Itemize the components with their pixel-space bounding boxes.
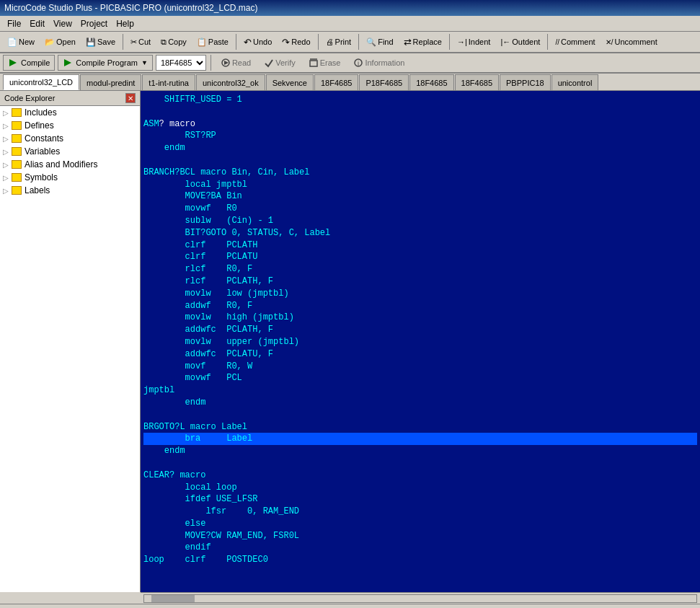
tab-sekvence[interactable]: Sekvence [266,74,314,90]
paste-icon [197,38,207,47]
information-button[interactable]: i Information [348,55,409,71]
compile-button[interactable]: Compile [3,55,55,71]
editor-area[interactable]: SHIFTR_USED = 1 ASM? macro RST?RP endm B… [141,91,700,592]
tab-18f4685-2[interactable]: 18F4685 [409,74,453,90]
device-dropdown[interactable]: 18F4685 18F4550 16F877 [156,55,206,71]
tab-unicontrol[interactable]: unicontrol [551,74,599,90]
tab-18f4685-3[interactable]: 18F4685 [455,74,499,90]
information-icon: i [353,58,363,68]
code-line: clrf PCLATU [143,251,697,263]
sidebar-item-defines[interactable]: ▷ Defines [0,119,140,132]
new-button[interactable]: New [3,33,39,50]
uncomment-button[interactable]: Uncomment [601,33,662,50]
sidebar-item-variables[interactable]: ▷ Variables [0,145,140,158]
code-line [143,154,697,167]
paste-button[interactable]: Paste [192,33,233,50]
indent-button[interactable]: Indent [453,33,495,50]
paste-label: Paste [208,38,229,46]
sidebar-title: Code Explorer [4,94,55,102]
compile-program-icon [63,58,73,68]
expand-icon: ▷ [3,187,9,195]
code-line: local loop [143,482,697,494]
outdent-button[interactable]: Outdent [496,33,544,50]
sidebar-item-label: Alias and Modifiers [25,159,97,169]
horizontal-scrollbar[interactable] [141,592,700,604]
menu-view[interactable]: View [49,17,76,30]
open-button[interactable]: Open [40,33,80,50]
find-button[interactable]: Find [362,33,397,50]
menu-help[interactable]: Help [112,17,138,30]
compile-icon [8,58,18,68]
folder-icon [12,121,22,130]
comment-button[interactable]: Comment [551,33,599,50]
open-icon [45,38,55,47]
read-button[interactable]: Read [216,55,256,71]
verify-label: Verify [275,58,296,67]
erase-button[interactable]: Erase [304,55,346,71]
sidebar-item-symbols[interactable]: ▷ Symbols [0,171,140,184]
scrollbar-track[interactable] [143,594,697,603]
code-line: movlw high (jmptbl) [143,312,697,324]
copy-button[interactable]: Copy [156,33,191,50]
svg-marker-1 [64,59,71,66]
code-line: BRANCH?BCL macro Bin, Cin, Label [143,167,697,179]
cut-button[interactable]: Cut [126,33,155,50]
code-line: RST?RP [143,130,697,142]
sidebar-item-includes[interactable]: ▷ Includes [0,106,140,119]
save-button[interactable]: Save [81,33,120,50]
sidebar-close-button[interactable]: ✕ [125,93,136,103]
code-line: rlcf PCLATH, F [143,276,697,288]
uncomment-icon [606,38,613,46]
outdent-icon [500,38,510,46]
verify-button[interactable]: Verify [259,55,301,71]
tab-unicontrol32-ok[interactable]: unicontrol32_ok [196,74,265,90]
code-line: SHIFTR_USED = 1 [143,94,697,106]
main-area: Code Explorer ✕ ▷ Includes ▷ Defines ▷ C… [0,91,700,592]
folder-icon [12,108,22,117]
redo-label: Redo [291,38,310,46]
find-icon [366,38,376,47]
tab-pbppic18[interactable]: PBPPIC18 [500,74,551,90]
sidebar-item-alias[interactable]: ▷ Alias and Modifiers [0,158,140,171]
code-line [143,106,697,118]
svg-marker-3 [224,61,229,65]
comment-icon [555,38,559,46]
code-line: endif [143,542,697,554]
print-button[interactable]: Print [322,33,356,50]
sidebar-item-labels[interactable]: ▷ Labels [0,184,140,197]
code-line: loop clrf POSTDEC0 [143,554,697,566]
code-line: addwf R0, F [143,300,697,312]
svg-text:i: i [358,60,359,67]
compile-program-button[interactable]: Compile Program ▼ [58,55,153,71]
sidebar-item-label: Defines [25,120,54,131]
code-line: else [143,518,697,530]
code-line: movwf PCL [143,372,697,384]
code-line: movlw upper (jmptbl) [143,336,697,348]
tab-18f4685-1[interactable]: 18F4685 [314,74,358,90]
read-label: Read [232,58,251,67]
new-icon [7,38,17,47]
folder-icon [12,160,22,169]
menu-file[interactable]: File [3,17,25,30]
save-icon [86,38,96,47]
print-label: Print [335,38,352,46]
sidebar-item-label: Variables [25,146,60,157]
sidebar-item-constants[interactable]: ▷ Constants [0,132,140,145]
redo-button[interactable]: Redo [278,33,314,50]
replace-button[interactable]: Replace [399,33,446,50]
code-line: MOVE?CW RAM_END, FSR0L [143,530,697,542]
menu-project[interactable]: Project [76,17,112,30]
erase-icon [309,58,319,68]
undo-button[interactable]: Undo [239,33,276,50]
verify-icon [264,58,274,68]
tab-t1-int-rutina[interactable]: t1-int-rutina [142,74,195,90]
code-line: movlw low (jmptbl) [143,288,697,300]
menu-edit[interactable]: Edit [25,17,49,30]
replace-icon [404,37,412,48]
tab-unicontrol32-lcd[interactable]: unicontrol32_LCD [3,74,79,90]
tab-p18f4685[interactable]: P18F4685 [359,74,409,90]
sidebar-item-label: Symbols [25,172,58,182]
tab-modul-predint[interactable]: modul-predint [80,74,141,90]
scrollbar-thumb[interactable] [151,595,195,602]
read-icon [221,58,231,68]
